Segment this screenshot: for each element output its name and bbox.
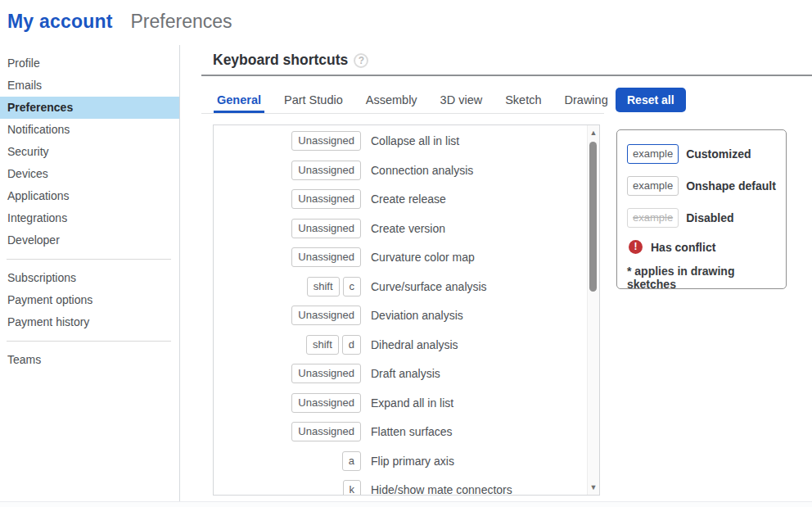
shortcut-key[interactable]: a — [342, 451, 361, 471]
sidebar-item-label: Applications — [7, 189, 70, 202]
sidebar-item-applications[interactable]: Applications — [0, 185, 179, 207]
shortcut-label: Flatten surfaces — [371, 422, 453, 441]
shortcut-keys: Unassigned — [214, 393, 361, 413]
shortcut-keys: Unassigned — [214, 247, 361, 267]
sidebar-divider — [7, 259, 171, 260]
sidebar-item-label: Payment history — [7, 315, 89, 328]
keyboard-shortcuts-title: Keyboard shortcuts — [213, 52, 348, 69]
sidebar: ProfileEmailsPreferencesNotificationsSec… — [0, 45, 180, 501]
sidebar-item-developer[interactable]: Developer — [0, 229, 179, 251]
shortcut-tabs: GeneralPart StudioAssembly3D viewSketchD… — [201, 88, 604, 114]
shortcut-row: UnassignedExpand all in list — [214, 393, 599, 413]
sidebar-item-payment-options[interactable]: Payment options — [0, 289, 179, 311]
shortcut-row: UnassignedCollapse all in list — [214, 131, 599, 151]
sidebar-item-emails[interactable]: Emails — [0, 75, 179, 97]
legend-default: example Onshape default — [627, 176, 776, 196]
sidebar-item-devices[interactable]: Devices — [0, 163, 179, 185]
shortcut-label: Expand all in list — [371, 393, 453, 413]
scrollbar[interactable]: ▲ ▼ — [587, 125, 599, 495]
example-key-default: example — [627, 176, 679, 196]
scroll-up-icon[interactable]: ▲ — [588, 127, 599, 138]
shortcut-key[interactable]: d — [342, 335, 361, 355]
sidebar-item-label: Notifications — [7, 123, 70, 136]
shortcut-keys: shiftd — [214, 335, 361, 355]
shortcut-label: Hide/show mate connectors — [371, 480, 512, 496]
my-account-title[interactable]: My account — [7, 11, 113, 33]
shortcut-label: Flip primary axis — [371, 451, 454, 471]
shortcut-key[interactable]: Unassigned — [291, 131, 361, 151]
shortcut-keys: Unassigned — [214, 161, 361, 180]
tab-sketch[interactable]: Sketch — [502, 88, 544, 113]
shortcut-key[interactable]: Unassigned — [291, 219, 361, 238]
example-key-customized: example — [627, 144, 679, 164]
shortcut-label: Dihedral analysis — [371, 335, 458, 355]
conflict-icon: ! — [629, 240, 643, 254]
shortcut-key[interactable]: c — [343, 277, 362, 297]
title-divider — [201, 75, 812, 76]
shortcut-row: UnassignedCreate version — [214, 219, 599, 238]
shortcut-keys: Unassigned — [214, 219, 361, 238]
shortcut-key[interactable]: shift — [307, 277, 340, 297]
legend-conflict: ! Has conflict — [627, 240, 776, 254]
shortcut-label: Deviation analysis — [371, 306, 463, 325]
page-title: Preferences — [131, 11, 232, 33]
shortcut-key[interactable]: shift — [306, 335, 339, 355]
sidebar-item-profile[interactable]: Profile — [0, 52, 179, 75]
scroll-down-icon[interactable]: ▼ — [588, 482, 599, 493]
shortcut-keys: Unassigned — [214, 306, 361, 325]
shortcut-keys: Unassigned — [214, 131, 361, 151]
keyboard-shortcuts-header: Keyboard shortcuts ? — [213, 52, 368, 69]
bottom-divider — [0, 501, 812, 507]
sidebar-item-preferences[interactable]: Preferences — [0, 97, 179, 119]
shortcut-keys: Unassigned — [214, 189, 361, 209]
legend-box: example Customized example Onshape defau… — [616, 129, 787, 289]
tab-3d-view[interactable]: 3D view — [437, 88, 486, 113]
sidebar-item-security[interactable]: Security — [0, 141, 179, 163]
tab-drawing[interactable]: Drawing — [562, 88, 611, 113]
shortcut-key[interactable]: Unassigned — [291, 189, 361, 209]
shortcut-label: Curve/surface analysis — [371, 277, 487, 297]
sidebar-item-label: Teams — [7, 353, 41, 366]
help-icon[interactable]: ? — [354, 53, 368, 68]
tab-part-studio[interactable]: Part Studio — [281, 88, 346, 113]
shortcut-key[interactable]: Unassigned — [291, 393, 361, 413]
shortcut-keys: shiftc — [214, 277, 361, 297]
shortcut-key[interactable]: k — [343, 480, 362, 496]
reset-all-button[interactable]: Reset all — [616, 88, 686, 112]
shortcut-row: aFlip primary axis — [214, 451, 599, 471]
shortcut-key[interactable]: Unassigned — [291, 422, 361, 441]
legend-default-label: Onshape default — [686, 179, 776, 192]
scrollbar-thumb[interactable] — [589, 142, 597, 292]
shortcut-row: UnassignedConnection analysis — [214, 161, 599, 180]
sidebar-item-payment-history[interactable]: Payment history — [0, 311, 179, 333]
sidebar-item-subscriptions[interactable]: Subscriptions — [0, 267, 179, 289]
page-header: My account Preferences — [0, 0, 812, 45]
shortcut-key[interactable]: Unassigned — [291, 247, 361, 267]
legend-note: * applies in drawing sketches — [627, 265, 776, 291]
shortcut-row: shiftcCurve/surface analysis — [214, 277, 599, 297]
sidebar-item-notifications[interactable]: Notifications — [0, 119, 179, 141]
shortcut-label: Connection analysis — [371, 161, 473, 180]
shortcut-label: Draft analysis — [371, 364, 440, 383]
shortcut-keys: a — [214, 451, 361, 471]
legend-customized: example Customized — [627, 144, 776, 164]
sidebar-item-label: Preferences — [7, 101, 73, 114]
tab-assembly[interactable]: Assembly — [363, 88, 421, 113]
shortcut-keys: k — [214, 480, 361, 496]
shortcut-label: Collapse all in list — [371, 131, 459, 151]
sidebar-item-integrations[interactable]: Integrations — [0, 207, 179, 229]
sidebar-item-label: Payment options — [7, 293, 92, 306]
shortcut-row: shiftdDihedral analysis — [214, 335, 599, 355]
sidebar-divider — [7, 341, 171, 342]
sidebar-item-label: Security — [7, 145, 49, 158]
sidebar-item-label: Integrations — [7, 211, 67, 224]
tab-general[interactable]: General — [214, 88, 264, 113]
shortcut-row: kHide/show mate connectors — [214, 480, 599, 496]
sidebar-item-teams[interactable]: Teams — [0, 349, 179, 371]
shortcut-key[interactable]: Unassigned — [291, 161, 361, 180]
sidebar-item-label: Subscriptions — [7, 271, 76, 284]
shortcut-key[interactable]: Unassigned — [291, 306, 361, 325]
legend-disabled-label: Disabled — [686, 211, 733, 224]
shortcut-key[interactable]: Unassigned — [291, 364, 361, 383]
shortcut-list: ▲ ▼ UnassignedCollapse all in listUnassi… — [213, 124, 600, 496]
